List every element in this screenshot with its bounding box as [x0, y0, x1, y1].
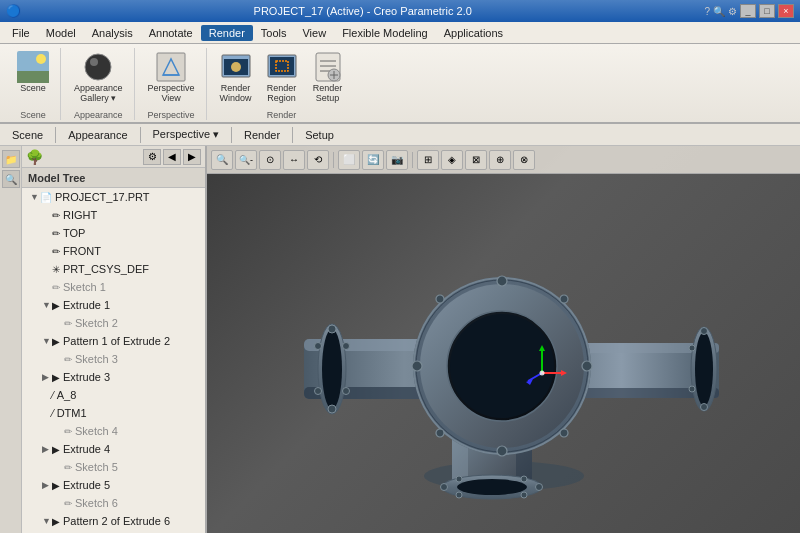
- tree-item[interactable]: ✏Sketch 2: [22, 314, 205, 332]
- left-icon-strip: 📁 🔍: [0, 146, 22, 533]
- tree-item[interactable]: ▼📄PROJECT_17.PRT: [22, 188, 205, 206]
- toolbar2-setup[interactable]: Setup: [297, 127, 342, 143]
- toolbar2-sep1: [55, 127, 56, 143]
- tree-item[interactable]: ∕DTM1: [22, 404, 205, 422]
- vp-display5[interactable]: ⊗: [513, 150, 535, 170]
- viewport[interactable]: 🔍 🔍- ⊙ ↔ ⟲ ⬜ 🔄 📷 ⊞ ◈ ⊠ ⊕ ⊗: [207, 146, 800, 533]
- tree-item[interactable]: ∕A_8: [22, 386, 205, 404]
- menu-item-annotate[interactable]: Annotate: [141, 25, 201, 41]
- vp-display3[interactable]: ⊠: [465, 150, 487, 170]
- tree-item-label: Extrude 5: [63, 479, 110, 491]
- svg-point-38: [412, 361, 422, 371]
- menu-item-analysis[interactable]: Analysis: [84, 25, 141, 41]
- tree-item-icon: ✳: [52, 264, 60, 275]
- tree-item[interactable]: ✏RIGHT: [22, 206, 205, 224]
- vp-view2[interactable]: 🔄: [362, 150, 384, 170]
- maximize-button[interactable]: □: [759, 4, 775, 18]
- tree-expand-icon: ▼: [42, 516, 52, 526]
- tree-item[interactable]: ✏Sketch 3: [22, 350, 205, 368]
- search-icon-btn[interactable]: 🔍: [2, 170, 20, 188]
- svg-rect-1: [17, 71, 49, 83]
- tree-expand-icon: ▼: [42, 336, 52, 346]
- tree-item-icon: ✏: [52, 210, 60, 221]
- vp-zoom-out[interactable]: 🔍-: [235, 150, 257, 170]
- appearance-icon: [82, 51, 114, 83]
- toolbar2-render[interactable]: Render: [236, 127, 288, 143]
- vp-display1[interactable]: ⊞: [417, 150, 439, 170]
- menu-bar: File Model Analysis Annotate Render Tool…: [0, 22, 800, 44]
- vp-rotate[interactable]: ⟲: [307, 150, 329, 170]
- tree-item-label: Extrude 3: [63, 371, 110, 383]
- scene-button[interactable]: Scene: [12, 48, 54, 96]
- render-setup-label: RenderSetup: [313, 83, 343, 103]
- render-window-label: RenderWindow: [220, 83, 252, 103]
- svg-point-37: [497, 446, 507, 456]
- tree-item[interactable]: ▶▶Extrude 3: [22, 368, 205, 386]
- scene-group-label: Scene: [20, 108, 46, 120]
- tree-item[interactable]: ✏Sketch 1: [22, 278, 205, 296]
- search-icon: 🔍: [713, 6, 725, 17]
- tree-item-icon: ✏: [52, 228, 60, 239]
- svg-point-57: [700, 328, 707, 335]
- perspective-icon: [155, 51, 187, 83]
- menu-item-applications[interactable]: Applications: [436, 25, 511, 41]
- tree-item[interactable]: ✏Sketch 6: [22, 494, 205, 512]
- svg-point-42: [436, 429, 444, 437]
- svg-point-41: [560, 295, 568, 303]
- minimize-button[interactable]: _: [740, 4, 756, 18]
- vp-sep2: [412, 152, 413, 168]
- perspective-view-button[interactable]: PerspectiveView: [143, 48, 200, 106]
- render-setup-button[interactable]: RenderSetup: [307, 48, 349, 106]
- close-button[interactable]: ×: [778, 4, 794, 18]
- tree-item[interactable]: ▼▶Pattern 2 of Extrude 6: [22, 512, 205, 530]
- toolbar2-perspective[interactable]: Perspective ▾: [145, 126, 228, 143]
- tree-expand-icon: ▼: [42, 300, 52, 310]
- svg-point-39: [582, 361, 592, 371]
- menu-item-flexible-modeling[interactable]: Flexible Modeling: [334, 25, 436, 41]
- render-window-button[interactable]: RenderWindow: [215, 48, 257, 106]
- window-controls: ? 🔍 ⚙ _ □ ×: [704, 4, 794, 18]
- menu-item-view[interactable]: View: [294, 25, 334, 41]
- tree-item[interactable]: ▶▶Extrude 4: [22, 440, 205, 458]
- title-bar: 🔵 PROJECT_17 (Active) - Creo Parametric …: [0, 0, 800, 22]
- toolbar2-appearance[interactable]: Appearance: [60, 127, 135, 143]
- menu-item-model[interactable]: Model: [38, 25, 84, 41]
- tree-options-btn[interactable]: ⚙: [143, 149, 161, 165]
- vp-fit[interactable]: ⊙: [259, 150, 281, 170]
- tree-item[interactable]: ✏FRONT: [22, 242, 205, 260]
- appearance-gallery-button[interactable]: AppearanceGallery ▾: [69, 48, 128, 106]
- tree-item-label: PRT_CSYS_DEF: [63, 263, 149, 275]
- tree-item[interactable]: ▼▶Extrude 1: [22, 296, 205, 314]
- tree-expand-btn[interactable]: ▶: [183, 149, 201, 165]
- vp-camera[interactable]: 📷: [386, 150, 408, 170]
- vp-zoom-in[interactable]: 🔍: [211, 150, 233, 170]
- svg-point-63: [440, 484, 447, 491]
- vp-view1[interactable]: ⬜: [338, 150, 360, 170]
- tree-item-icon: ▶: [52, 480, 60, 491]
- render-region-icon: [266, 51, 298, 83]
- tree-item[interactable]: ✏TOP: [22, 224, 205, 242]
- tree-item-label: DTM1: [57, 407, 87, 419]
- vp-display2[interactable]: ◈: [441, 150, 463, 170]
- tree-item[interactable]: ✏Sketch 4: [22, 422, 205, 440]
- render-region-button[interactable]: RenderRegion: [261, 48, 303, 106]
- tree-collapse-btn[interactable]: ◀: [163, 149, 181, 165]
- tree-item[interactable]: ✏Sketch 5: [22, 458, 205, 476]
- toolbar2-scene[interactable]: Scene: [4, 127, 51, 143]
- tree-item[interactable]: ▼▶Pattern 1 of Extrude 2: [22, 332, 205, 350]
- model-tree-list[interactable]: ▼📄PROJECT_17.PRT ✏RIGHT ✏TOP ✏FRONT ✳PRT…: [22, 188, 205, 533]
- menu-item-render[interactable]: Render: [201, 25, 253, 41]
- svg-rect-5: [157, 53, 185, 81]
- tree-icon-btn[interactable]: 📁: [2, 150, 20, 168]
- toolbar2: Scene Appearance Perspective ▾ Render Se…: [0, 124, 800, 146]
- tree-item[interactable]: ▶▶Extrude 5: [22, 476, 205, 494]
- viewport-toolbar: 🔍 🔍- ⊙ ↔ ⟲ ⬜ 🔄 📷 ⊞ ◈ ⊠ ⊕ ⊗: [207, 146, 800, 174]
- tree-item-label: Sketch 6: [75, 497, 118, 509]
- tree-item-icon: ✏: [64, 318, 72, 329]
- vp-pan[interactable]: ↔: [283, 150, 305, 170]
- menu-item-file[interactable]: File: [4, 25, 38, 41]
- tree-filter-icon: 🌳: [26, 149, 43, 165]
- tree-item[interactable]: ✳PRT_CSYS_DEF: [22, 260, 205, 278]
- menu-item-tools[interactable]: Tools: [253, 25, 295, 41]
- vp-display4[interactable]: ⊕: [489, 150, 511, 170]
